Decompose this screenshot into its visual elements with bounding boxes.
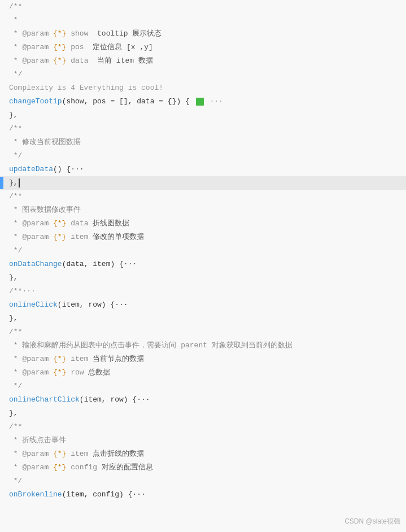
line-content: * xyxy=(3,14,406,27)
code-token: */ xyxy=(9,70,22,79)
code-token: /** xyxy=(9,422,22,431)
line-content: */ xyxy=(3,245,406,257)
code-token: tooltip 展示状态 xyxy=(97,29,161,38)
code-token: {*} xyxy=(53,56,66,65)
code-line: * @param {*} item 当前节点的数据 xyxy=(0,352,406,366)
code-line: }, xyxy=(0,271,406,285)
line-content: changeTootip(show, pos = [], data = {}) … xyxy=(3,95,406,108)
code-line: /** xyxy=(0,190,406,203)
code-line: * @param {*} config 对应的配置信息 xyxy=(0,461,406,474)
code-token: Complexity is 4 Everything is cool! xyxy=(9,84,163,92)
code-token: {*} xyxy=(53,368,66,377)
line-content: * 图表数据修改事件 xyxy=(3,204,406,216)
complexity-indicator xyxy=(196,98,204,106)
code-token: }, xyxy=(9,273,18,282)
code-token: * @param xyxy=(9,219,53,228)
code-line: */ xyxy=(0,68,406,81)
code-token: * 图表数据修改事件 xyxy=(9,206,81,214)
line-content: /** xyxy=(3,190,406,203)
code-token: {*} xyxy=(53,355,66,363)
line-content: }, xyxy=(3,272,406,284)
code-token: */ xyxy=(9,477,22,485)
code-line: */ xyxy=(0,244,406,258)
code-token: show xyxy=(66,29,97,38)
code-token: /** xyxy=(9,124,22,133)
code-token: * @param xyxy=(9,29,53,38)
code-token: item xyxy=(66,450,93,458)
code-line: onlineChartClick(item, row) {··· xyxy=(0,393,406,407)
line-content: * @param {*} show tooltip 展示状态 xyxy=(3,28,406,40)
code-line: onDataChange(data, item) {··· xyxy=(0,258,406,271)
line-content: * @param {*} data 当前 item 数据 xyxy=(3,55,406,67)
line-content: }, xyxy=(3,109,406,121)
code-token: * @param xyxy=(9,233,53,241)
code-line: */ xyxy=(0,474,406,488)
code-line: * @param {*} data 当前 item 数据 xyxy=(0,54,406,68)
code-token: {*} xyxy=(53,233,66,241)
code-line: * @param {*} item 点击折线的数据 xyxy=(0,447,406,461)
code-token: (item, row) {··· xyxy=(58,300,128,309)
code-token: * 折线点击事件 xyxy=(9,436,66,444)
code-token: 折线图数据 xyxy=(93,219,129,228)
code-line: * @param {*} pos 定位信息 [x ,y] xyxy=(0,41,406,54)
code-token: }, xyxy=(9,314,18,322)
text-cursor xyxy=(19,178,20,187)
line-content: * @param {*} item 修改的单项数据 xyxy=(3,231,406,243)
code-token: data xyxy=(66,219,93,228)
code-token: 总数据 xyxy=(88,368,110,377)
code-token: pos xyxy=(66,43,93,51)
code-token: (show, pos = [], data = {}) { xyxy=(62,97,194,106)
code-token: * @param xyxy=(9,56,53,65)
code-token: */ xyxy=(9,382,22,390)
line-content: * @param {*} data 折线图数据 xyxy=(3,217,406,230)
code-token: onDataChange xyxy=(9,260,62,268)
code-token: * 修改当前视图数据 xyxy=(9,138,81,146)
code-token: {*} xyxy=(53,219,66,228)
code-token: data xyxy=(66,56,97,65)
code-line: onlineClick(item, row) {··· xyxy=(0,298,406,312)
code-token: }, xyxy=(9,409,18,417)
code-token: (data, item) {··· xyxy=(62,260,137,268)
code-token: onBrokenline xyxy=(9,490,62,499)
line-content: */ xyxy=(3,150,406,162)
line-content: /** xyxy=(3,1,406,13)
code-line: }, xyxy=(0,176,406,190)
code-line: * 图表数据修改事件 xyxy=(0,203,406,217)
code-line: onBrokenline(item, config) {··· xyxy=(0,488,406,502)
code-line: changeTootip(show, pos = [], data = {}) … xyxy=(0,95,406,108)
code-line: */ xyxy=(0,149,406,163)
code-token: /**··· xyxy=(9,287,36,295)
line-content: updateData() {··· xyxy=(3,163,406,176)
code-line: * xyxy=(0,14,406,27)
code-token: row xyxy=(66,368,88,377)
code-line: * @param {*} row 总数据 xyxy=(0,366,406,380)
code-line: * 输液和麻醉用药从图表中的点击事件，需要访问 parent 对象获取到当前列的… xyxy=(0,339,406,352)
line-content: * 折线点击事件 xyxy=(3,434,406,447)
code-token: /** xyxy=(9,2,22,11)
line-content: /** xyxy=(3,123,406,135)
code-token: * xyxy=(9,16,18,24)
line-content: */ xyxy=(3,475,406,487)
code-token: updateData xyxy=(9,165,53,173)
code-token: * @param xyxy=(9,43,53,51)
code-token: {*} xyxy=(53,29,66,38)
line-content: * @param {*} config 对应的配置信息 xyxy=(3,461,406,474)
line-content: * @param {*} item 当前节点的数据 xyxy=(3,353,406,365)
code-token: 对应的配置信息 xyxy=(102,463,153,472)
code-token: * @param xyxy=(9,355,53,363)
code-token: item xyxy=(66,355,93,363)
code-line: }, xyxy=(0,108,406,122)
line-content: */ xyxy=(3,380,406,393)
line-content: onDataChange(data, item) {··· xyxy=(3,258,406,271)
code-token: {*} xyxy=(53,463,66,472)
line-content: }, xyxy=(3,312,406,325)
line-content: onBrokenline(item, config) {··· xyxy=(3,489,406,501)
code-token: {*} xyxy=(53,450,66,458)
code-token: () {··· xyxy=(53,165,84,173)
code-token: }, xyxy=(9,178,18,187)
code-line: * @param {*} show tooltip 展示状态 xyxy=(0,27,406,41)
code-token: */ xyxy=(9,246,22,255)
code-line: */ xyxy=(0,380,406,393)
code-token: 点击折线的数据 xyxy=(93,450,144,458)
code-line: }, xyxy=(0,407,406,420)
